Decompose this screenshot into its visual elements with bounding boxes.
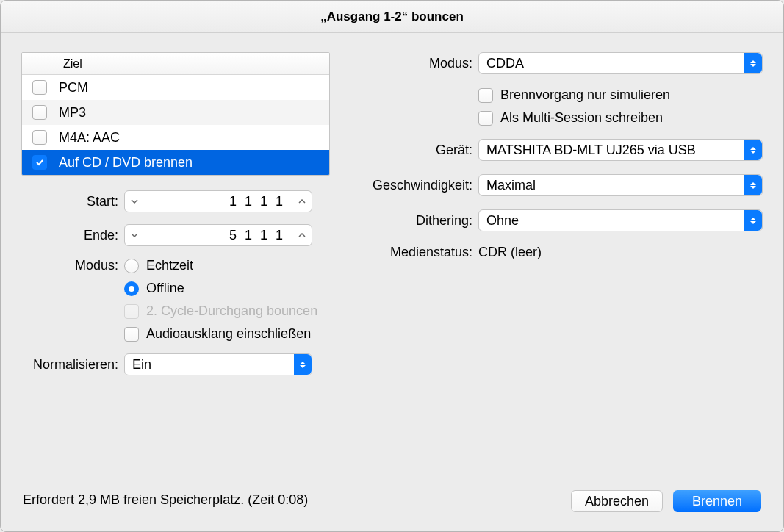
start-value[interactable]: 1 1 1 1 bbox=[144, 194, 292, 209]
media-status-label: Medienstatus: bbox=[348, 245, 472, 260]
cancel-button[interactable]: Abbrechen bbox=[571, 490, 663, 512]
end-position-field[interactable]: 5 1 1 1 bbox=[124, 224, 312, 246]
dithering-label: Dithering: bbox=[348, 213, 472, 229]
select-arrows-icon bbox=[744, 53, 762, 73]
chevron-down-icon[interactable] bbox=[125, 191, 144, 212]
table-row[interactable]: M4A: AAC bbox=[22, 125, 329, 150]
checkbox-multi-session[interactable] bbox=[478, 111, 493, 126]
chevron-down-icon[interactable] bbox=[125, 225, 144, 245]
end-value[interactable]: 5 1 1 1 bbox=[144, 228, 292, 243]
chevron-up-icon[interactable] bbox=[292, 191, 312, 212]
select-arrows-icon bbox=[744, 175, 762, 195]
device-select[interactable]: MATSHITA BD-MLT UJ265 via USB bbox=[478, 139, 763, 161]
checkbox-pcm[interactable] bbox=[32, 80, 47, 95]
device-label: Gerät: bbox=[348, 143, 472, 158]
radio-offline-label: Offline bbox=[146, 281, 184, 296]
burn-button[interactable]: Brennen bbox=[673, 490, 761, 512]
checkbox-mp3[interactable] bbox=[32, 105, 47, 120]
destination-table: Ziel PCM MP3 M4A: AAC Auf CD / DVD brenn… bbox=[21, 52, 330, 176]
checkbox-burn-cd[interactable] bbox=[32, 155, 47, 170]
radio-realtime-label: Echtzeit bbox=[146, 258, 193, 273]
speed-value: Maximal bbox=[486, 178, 536, 193]
include-tail-label: Audioausklang einschließen bbox=[146, 326, 311, 342]
table-header-row: Ziel bbox=[22, 53, 329, 75]
checkbox-include-tail[interactable] bbox=[124, 327, 139, 342]
dithering-value: Ohne bbox=[486, 213, 519, 229]
table-row[interactable]: PCM bbox=[22, 75, 329, 100]
simulate-burn-label: Brennvorgang nur simulieren bbox=[500, 87, 670, 103]
select-arrows-icon bbox=[744, 140, 762, 160]
normalize-select[interactable]: Ein bbox=[124, 353, 312, 375]
checkbox-second-pass bbox=[124, 304, 139, 319]
checkbox-m4a[interactable] bbox=[32, 130, 47, 145]
dithering-select[interactable]: Ohne bbox=[478, 209, 763, 231]
mode-right-label: Modus: bbox=[348, 56, 472, 71]
radio-realtime[interactable] bbox=[124, 259, 139, 273]
radio-offline[interactable] bbox=[124, 281, 139, 296]
row-label-pcm: PCM bbox=[57, 80, 88, 96]
select-arrows-icon bbox=[744, 210, 762, 231]
second-pass-label: 2. Cycle-Durchgang bouncen bbox=[146, 303, 317, 319]
table-header-ziel[interactable]: Ziel bbox=[57, 53, 329, 75]
burn-mode-value: CDDA bbox=[486, 56, 524, 71]
row-label-burn-cd: Auf CD / DVD brennen bbox=[57, 155, 193, 170]
multi-session-label: Als Multi-Session schreiben bbox=[500, 110, 663, 126]
window-titlebar: „Ausgang 1-2“ bouncen bbox=[1, 1, 783, 33]
window-title: „Ausgang 1-2“ bouncen bbox=[320, 10, 464, 24]
status-text: Erfordert 2,9 MB freien Speicherplatz. (… bbox=[23, 492, 308, 508]
normalize-label: Normalisieren: bbox=[21, 357, 118, 373]
row-label-mp3: MP3 bbox=[57, 105, 86, 121]
end-label: Ende: bbox=[21, 228, 118, 243]
checkbox-simulate-burn[interactable] bbox=[478, 88, 493, 103]
table-header-checkbox-col bbox=[22, 53, 57, 74]
start-label: Start: bbox=[21, 194, 118, 209]
speed-select[interactable]: Maximal bbox=[478, 174, 763, 196]
burn-mode-select[interactable]: CDDA bbox=[478, 52, 763, 74]
chevron-up-icon[interactable] bbox=[292, 225, 312, 245]
table-row[interactable]: MP3 bbox=[22, 100, 329, 125]
normalize-value: Ein bbox=[132, 357, 151, 373]
start-position-field[interactable]: 1 1 1 1 bbox=[124, 190, 312, 212]
media-status-value: CDR (leer) bbox=[478, 245, 542, 260]
table-row[interactable]: Auf CD / DVD brennen bbox=[22, 150, 329, 175]
mode-left-label: Modus: bbox=[21, 258, 118, 273]
device-value: MATSHITA BD-MLT UJ265 via USB bbox=[486, 143, 696, 158]
speed-label: Geschwindigkeit: bbox=[348, 178, 472, 193]
select-arrows-icon bbox=[294, 354, 312, 375]
row-label-m4a: M4A: AAC bbox=[57, 130, 120, 145]
